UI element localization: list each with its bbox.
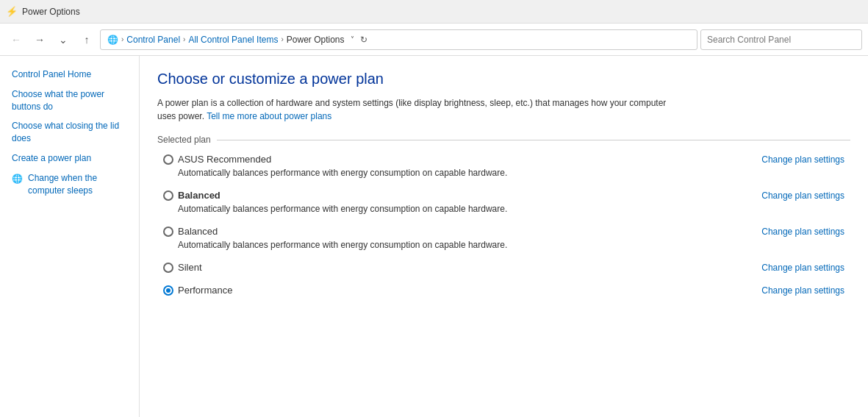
sidebar-item-closing-lid[interactable]: Choose what closing the lid does	[0, 116, 139, 149]
recent-locations-button[interactable]: ⌄	[53, 29, 73, 50]
page-description: A power plan is a collection of hardware…	[157, 96, 672, 123]
change-plan-link-asus-recommended[interactable]: Change plan settings	[761, 154, 844, 165]
title-bar: ⚡ Power Options	[0, 0, 868, 24]
plan-header-asus-recommended: ASUS RecommendedChange plan settings	[163, 154, 844, 165]
plan-desc-balanced-normal: Automatically balances performance with …	[163, 240, 844, 250]
plan-item-performance: PerformanceChange plan settings	[157, 285, 850, 296]
plan-name-balanced-normal: Balanced	[178, 226, 218, 237]
globe-icon: 🌐	[12, 173, 24, 185]
address-path: 🌐 › Control Panel › All Control Panel It…	[100, 29, 697, 50]
radio-performance[interactable]	[163, 285, 173, 296]
window-title: Power Options	[22, 7, 80, 17]
plan-name-row-balanced-normal: Balanced	[163, 226, 218, 237]
plan-name-row-silent: Silent	[163, 262, 202, 273]
plan-item-balanced-normal: BalancedChange plan settingsAutomaticall…	[157, 226, 850, 250]
path-control-panel[interactable]: Control Panel	[126, 35, 180, 45]
plan-header-silent: SilentChange plan settings	[163, 262, 844, 273]
plan-item-balanced-bold: BalancedChange plan settingsAutomaticall…	[157, 190, 850, 214]
sidebar-item-control-panel-home[interactable]: Control Panel Home	[0, 65, 139, 85]
radio-balanced-bold[interactable]	[163, 190, 173, 201]
change-plan-link-balanced-normal[interactable]: Change plan settings	[761, 227, 844, 237]
plan-name-balanced-bold: Balanced	[178, 190, 220, 201]
learn-more-link[interactable]: Tell me more about power plans	[207, 111, 331, 121]
path-current: Power Options	[287, 35, 345, 45]
sidebar-label-create-power-plan: Create a power plan	[12, 152, 91, 165]
plan-header-balanced-normal: BalancedChange plan settings	[163, 226, 844, 237]
section-divider	[217, 140, 850, 140]
change-plan-link-performance[interactable]: Change plan settings	[761, 285, 844, 296]
section-label: Selected plan	[157, 135, 211, 145]
plans-container: ASUS RecommendedChange plan settingsAuto…	[157, 154, 850, 296]
path-dropdown-button[interactable]: ˅	[351, 35, 354, 43]
sidebar-label-power-buttons: Choose what the power buttons do	[12, 88, 127, 113]
sidebar-item-create-power-plan[interactable]: Create a power plan	[0, 149, 139, 168]
plan-header-performance: PerformanceChange plan settings	[163, 285, 844, 296]
change-plan-link-silent[interactable]: Change plan settings	[761, 263, 844, 273]
sidebar-item-computer-sleeps[interactable]: 🌐 Change when the computer sleeps	[0, 168, 139, 201]
sidebar-label-computer-sleeps: Change when the computer sleeps	[28, 172, 127, 197]
path-icon: 🌐	[107, 34, 118, 46]
main-layout: Control Panel Home Choose what the power…	[0, 56, 868, 417]
plan-item-silent: SilentChange plan settings	[157, 262, 850, 273]
forward-button[interactable]: →	[29, 29, 50, 50]
back-button[interactable]: ←	[6, 29, 26, 50]
content-area: Choose or customize a power plan A power…	[140, 56, 868, 417]
plan-item-asus-recommended: ASUS RecommendedChange plan settingsAuto…	[157, 154, 850, 178]
plan-header-balanced-bold: BalancedChange plan settings	[163, 190, 844, 201]
change-plan-link-balanced-bold[interactable]: Change plan settings	[761, 190, 844, 201]
plan-name-asus-recommended: ASUS Recommended	[178, 154, 271, 165]
refresh-button[interactable]: ↻	[360, 35, 367, 45]
page-title: Choose or customize a power plan	[157, 71, 850, 88]
sidebar-label-closing-lid: Choose what closing the lid does	[12, 120, 127, 145]
sidebar-label-control-panel-home: Control Panel Home	[12, 68, 91, 81]
plan-desc-asus-recommended: Automatically balances performance with …	[163, 168, 844, 178]
path-all-items[interactable]: All Control Panel Items	[188, 35, 278, 45]
radio-balanced-normal[interactable]	[163, 227, 173, 237]
plan-name-silent: Silent	[178, 262, 202, 273]
plan-name-row-performance: Performance	[163, 285, 232, 296]
up-button[interactable]: ↑	[76, 29, 97, 50]
plan-name-row-balanced-bold: Balanced	[163, 190, 220, 201]
app-icon: ⚡	[6, 6, 18, 18]
search-input[interactable]	[700, 29, 862, 50]
sidebar: Control Panel Home Choose what the power…	[0, 56, 140, 417]
section-header: Selected plan	[157, 135, 850, 145]
plan-name-performance: Performance	[178, 285, 232, 296]
plan-desc-balanced-bold: Automatically balances performance with …	[163, 204, 844, 214]
sidebar-item-power-buttons[interactable]: Choose what the power buttons do	[0, 85, 139, 117]
radio-asus-recommended[interactable]	[163, 154, 173, 165]
radio-silent[interactable]	[163, 263, 173, 273]
address-bar: ← → ⌄ ↑ 🌐 › Control Panel › All Control …	[0, 24, 868, 56]
plan-name-row-asus-recommended: ASUS Recommended	[163, 154, 271, 165]
